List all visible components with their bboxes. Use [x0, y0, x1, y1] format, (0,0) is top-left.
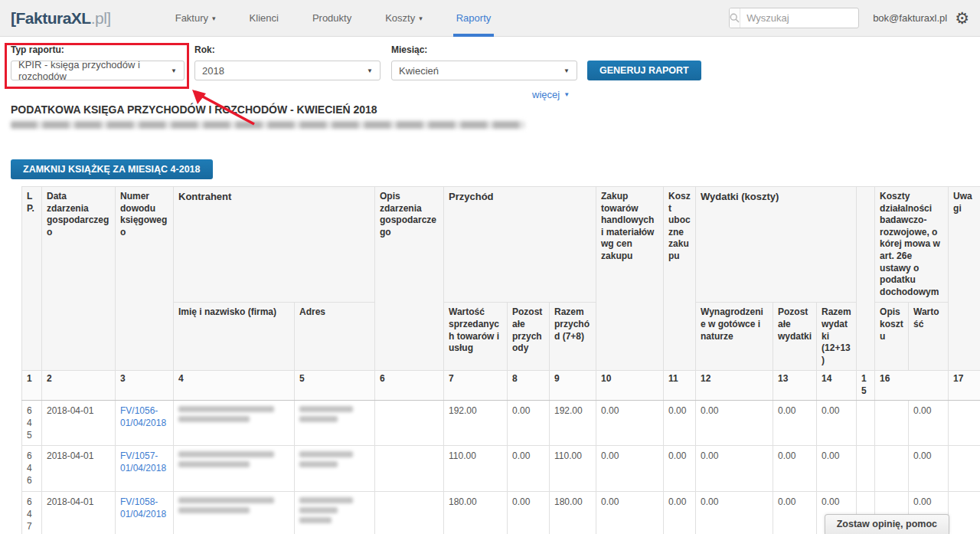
month-label: Miesiąc:	[391, 44, 577, 55]
cell-kontrahent-name	[174, 400, 295, 446]
column-number-8: 8	[508, 371, 550, 400]
cell-c13: 0.00	[773, 446, 817, 492]
cell-doc: FV/1058-01/04/2018	[116, 491, 174, 534]
cell-c9: 180.00	[550, 491, 596, 534]
report-type-label: Typ raportu:	[11, 44, 185, 55]
invoice-link[interactable]: FV/1057-01/04/2018	[120, 450, 166, 474]
col-header-lp: LP.	[22, 187, 42, 371]
cell-opis	[375, 400, 444, 446]
nav-item-koszty[interactable]: Koszty▾	[368, 0, 439, 37]
cell-kontrahent-name	[174, 491, 295, 534]
cell-c9: 192.00	[550, 400, 596, 446]
nav-item-raporty[interactable]: Raporty	[439, 0, 508, 37]
invoice-link[interactable]: FV/1058-01/04/2018	[120, 496, 166, 520]
chevron-down-icon: ▼	[564, 67, 570, 74]
column-number-16: 16	[875, 371, 949, 400]
filter-report-type: Typ raportu: KPIR - księga przychodów i …	[11, 44, 185, 80]
column-number-11: 11	[664, 371, 696, 400]
column-number-7: 7	[444, 371, 508, 400]
table-row: 6452018-04-01FV/1056-01/04/2018192.000.0…	[22, 400, 980, 446]
column-number-15: 15	[857, 371, 875, 400]
cell-date: 2018-04-01	[42, 446, 116, 492]
nav-item-produkty[interactable]: Produkty	[296, 0, 368, 37]
nav-item-faktury[interactable]: Faktury▾	[158, 0, 233, 37]
nav-item-klienci[interactable]: Klienci	[233, 0, 296, 37]
col-header-name: Imię i nazwisko (firma)	[174, 303, 295, 371]
close-month-book-button[interactable]: ZAMKNIJ KSIĄŻKĘ ZA MIESIĄC 4-2018	[11, 159, 213, 179]
nav-item-label: Produkty	[312, 12, 351, 24]
redacted-text	[178, 507, 250, 513]
search-input[interactable]	[740, 12, 859, 24]
col-header-date: Data zdarzenia gospodarczego	[42, 187, 116, 371]
chevron-down-icon: ▾	[212, 15, 216, 22]
nav-item-label: Klienci	[250, 12, 279, 24]
nav-item-label: Faktury	[175, 12, 208, 24]
cell-c8: 0.00	[508, 491, 550, 534]
cell-date: 2018-04-01	[42, 491, 116, 534]
cell-c8: 0.00	[508, 400, 550, 446]
generate-report-button[interactable]: GENERUJ RAPORT	[587, 61, 701, 80]
cell-c16-opis	[875, 400, 909, 446]
cell-c16-wartosc: 0.00	[909, 400, 949, 446]
report-type-select[interactable]: KPIR - księga przychodów i rozchodów ▼	[11, 61, 185, 80]
column-number-9: 9	[550, 371, 596, 400]
month-select[interactable]: Kwiecień ▼	[391, 61, 577, 80]
col-header-koszt-uboczne: Koszt uboczne zakupu	[664, 187, 696, 371]
cell-c10: 0.00	[596, 400, 664, 446]
table-row: 6462018-04-01FV/1057-01/04/2018110.000.0…	[22, 446, 980, 492]
kpir-table: LP. Data zdarzenia gospodarczego Numer d…	[21, 186, 980, 534]
col-header-8: Pozostałe przychody	[508, 303, 550, 371]
filter-year: Rok: 2018 ▼	[194, 44, 381, 80]
cell-uwagi	[949, 446, 980, 492]
invoice-link[interactable]: FV/1056-01/04/2018	[120, 405, 166, 429]
report-type-value: KPIR - księga przychodów i rozchodów	[18, 59, 165, 82]
col-header-zakup: Zakup towarów handlowych i materiałów wg…	[596, 187, 664, 371]
cell-c11: 0.00	[664, 446, 696, 492]
cell-c11: 0.00	[664, 400, 696, 446]
chevron-down-icon: ▼	[171, 67, 177, 74]
col-header-13: Pozostałe wydatki	[773, 303, 817, 371]
cell-uwagi	[949, 491, 980, 534]
column-number-5: 5	[295, 371, 375, 400]
redacted-text	[299, 451, 353, 457]
year-select[interactable]: 2018 ▼	[194, 61, 381, 80]
more-filters-label: więcej	[532, 89, 560, 100]
settings-gear-icon[interactable]: ⚙	[955, 10, 969, 26]
cell-c13: 0.00	[773, 400, 817, 446]
redacted-text	[178, 497, 274, 503]
col-header-wydatki: Wydatki (koszty)	[696, 187, 857, 303]
cell-c13: 0.00	[773, 491, 817, 534]
cell-lp: 645	[22, 400, 42, 446]
logo-suffix: .pl]	[91, 9, 111, 27]
cell-uwagi	[949, 400, 980, 446]
column-number-6: 6	[375, 371, 444, 400]
cell-c12: 0.00	[696, 491, 773, 534]
nav-item-label: Raporty	[456, 12, 492, 24]
feedback-help-button[interactable]: Zostaw opinię, pomoc	[825, 514, 949, 534]
more-filters-link[interactable]: więcej ▼	[532, 89, 570, 100]
cell-kontrahent-addr	[295, 491, 375, 534]
cell-c10: 0.00	[596, 446, 664, 492]
search-icon	[730, 8, 740, 28]
cell-c7: 110.00	[444, 446, 508, 492]
redacted-text	[178, 461, 250, 467]
redacted-text	[299, 416, 338, 422]
col-header-br-opis: Opis kosztu	[875, 303, 909, 371]
cell-c8: 0.00	[508, 446, 550, 492]
redacted-text	[299, 497, 353, 503]
col-header-12: Wynagrodzenie w gotówce i naturze	[696, 303, 773, 371]
column-number-2: 2	[42, 371, 116, 400]
column-number-12: 12	[696, 371, 773, 400]
cell-kontrahent-addr	[295, 400, 375, 446]
column-number-1: 1	[22, 371, 42, 400]
cell-opis	[375, 491, 444, 534]
cell-c10: 0.00	[596, 491, 664, 534]
col-header-br: Koszty działalności badawczo-rozwojowe, …	[875, 187, 949, 303]
col-header-9: Razem przychód (7+8)	[550, 303, 596, 371]
col-header-7: Wartość sprzedanych towarów i usług	[444, 303, 508, 371]
search-box[interactable]	[729, 8, 859, 28]
app-logo[interactable]: [FakturaXL.pl]	[11, 9, 111, 28]
cell-c11: 0.00	[664, 491, 696, 534]
cell-c14: 0.00	[817, 400, 857, 446]
user-email[interactable]: bok@fakturaxl.pl	[873, 12, 947, 24]
